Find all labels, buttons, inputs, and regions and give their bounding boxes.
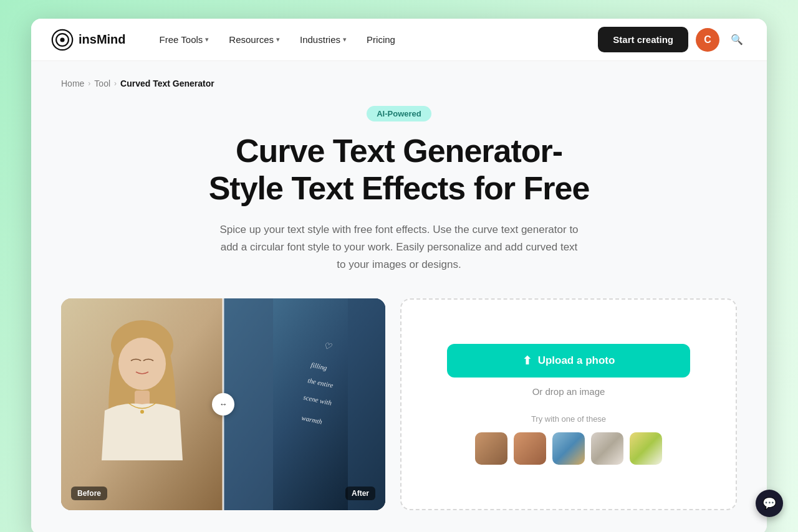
- start-creating-button[interactable]: Start creating: [598, 27, 688, 52]
- sample-images: [475, 432, 662, 465]
- drop-text: Or drop an image: [532, 386, 605, 397]
- before-image-svg: [61, 298, 223, 510]
- upload-icon: ⬆: [522, 354, 532, 368]
- ai-badge: AI-Powered: [367, 106, 431, 121]
- logo-icon: [51, 29, 74, 51]
- sample-image-4[interactable]: [591, 432, 623, 465]
- try-with-label: Try with one of these: [531, 414, 606, 424]
- svg-point-6: [118, 338, 166, 390]
- after-label: After: [345, 487, 375, 500]
- hero-subtitle: Spice up your text style with free font …: [218, 221, 580, 273]
- chevron-down-icon: ▾: [343, 36, 347, 44]
- breadcrumb-tool[interactable]: Tool: [94, 78, 110, 88]
- before-half: [61, 298, 223, 510]
- nav-item-resources[interactable]: Resources ▾: [220, 29, 289, 50]
- sample-image-1[interactable]: [475, 432, 507, 465]
- nav-item-free-tools[interactable]: Free Tools ▾: [151, 29, 218, 50]
- chevron-down-icon: ▾: [276, 36, 280, 44]
- after-image-svg: ♡ filling the entire scene with warmth: [223, 298, 385, 510]
- sample-image-3[interactable]: [552, 432, 585, 465]
- before-label: Before: [71, 487, 107, 500]
- svg-point-8: [140, 410, 144, 414]
- breadcrumb: Home › Tool › Curved Text Generator: [61, 78, 737, 88]
- after-half: ♡ filling the entire scene with warmth: [223, 298, 385, 510]
- demo-section: ♡ filling the entire scene with warmth ↔…: [61, 298, 737, 510]
- sample-image-5[interactable]: [630, 432, 662, 465]
- logo-text: insMind: [79, 32, 126, 47]
- sample-image-2[interactable]: [514, 432, 546, 465]
- main-content: Home › Tool › Curved Text Generator AI-P…: [31, 61, 767, 532]
- search-icon[interactable]: 🔍: [727, 30, 747, 50]
- browser-window: insMind Free Tools ▾ Resources ▾ Industr…: [31, 19, 767, 532]
- svg-point-2: [60, 37, 64, 42]
- logo[interactable]: insMind: [51, 29, 126, 51]
- slider-handle[interactable]: ↔: [212, 393, 234, 416]
- chevron-down-icon: ▾: [205, 36, 209, 44]
- nav-item-pricing[interactable]: Pricing: [358, 29, 404, 50]
- nav-links: Free Tools ▾ Resources ▾ Industries ▾ Pr…: [151, 29, 598, 50]
- upload-photo-button[interactable]: ⬆ Upload a photo: [447, 344, 690, 378]
- chat-bubble-button[interactable]: 💬: [756, 490, 783, 517]
- breadcrumb-sep-2: ›: [114, 79, 117, 88]
- before-after-container: ♡ filling the entire scene with warmth ↔…: [61, 298, 385, 510]
- upload-panel: ⬆ Upload a photo Or drop an image Try wi…: [400, 298, 737, 510]
- hero-title: Curve Text Generator- Style Text Effects…: [61, 133, 737, 207]
- chat-icon: 💬: [762, 496, 776, 510]
- navbar: insMind Free Tools ▾ Resources ▾ Industr…: [31, 19, 767, 61]
- breadcrumb-sep-1: ›: [88, 79, 90, 88]
- nav-right: Start creating C 🔍: [598, 27, 747, 52]
- user-avatar[interactable]: C: [696, 28, 719, 52]
- breadcrumb-current: Curved Text Generator: [120, 78, 214, 88]
- svg-rect-11: [348, 298, 385, 510]
- nav-item-industries[interactable]: Industries ▾: [291, 29, 355, 50]
- breadcrumb-home[interactable]: Home: [61, 78, 84, 88]
- hero: AI-Powered Curve Text Generator- Style T…: [61, 106, 737, 273]
